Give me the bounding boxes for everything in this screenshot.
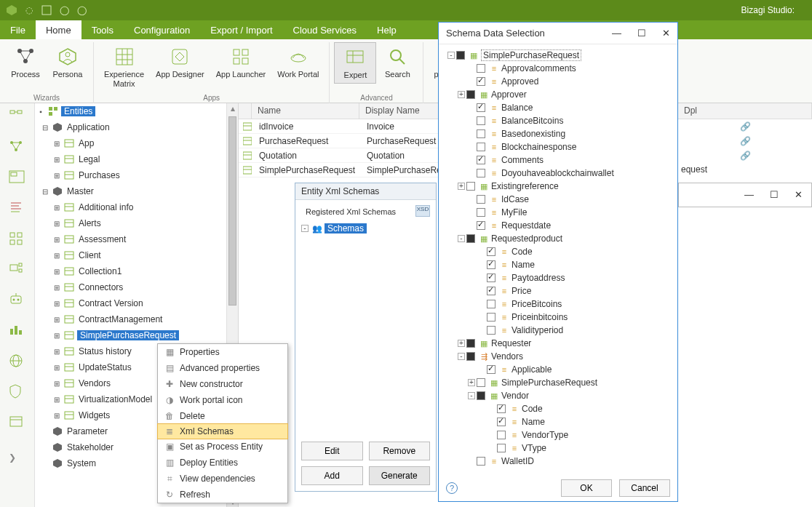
tree-expander[interactable]: ⊞	[52, 412, 61, 420]
rail-icon-calendar[interactable]	[9, 415, 26, 432]
checkbox[interactable]	[487, 326, 495, 335]
rail-icon-process[interactable]	[9, 109, 26, 127]
expander[interactable]: -	[458, 235, 465, 242]
tree-item-connectors[interactable]: ⊞Connectors	[35, 279, 238, 295]
dialog-ok-button[interactable]: OK	[561, 479, 612, 497]
schema-item-walletid[interactable]: ≡WalletID	[442, 455, 674, 466]
rail-icon-forms[interactable]	[9, 170, 26, 188]
ctx-work-portal-icon[interactable]: ◑Work portal icon	[158, 392, 287, 408]
tree-expander[interactable]: ⊞	[52, 268, 61, 276]
schema-item-requestedproduct[interactable]: -▦Requestedproduct	[442, 232, 674, 245]
checkbox[interactable]	[477, 129, 485, 138]
checkbox[interactable]	[456, 51, 465, 60]
tree-expander[interactable]: ⊟	[41, 188, 49, 196]
checkbox[interactable]	[477, 169, 485, 177]
bgwin-minimize-button[interactable]: —	[744, 189, 754, 200]
checkbox[interactable]	[487, 313, 495, 322]
tree-expander[interactable]: ⊞	[52, 220, 61, 228]
checkbox[interactable]	[497, 444, 506, 452]
menu-home[interactable]: Home	[36, 20, 81, 39]
menu-export-import[interactable]: Export / Import	[200, 20, 282, 39]
ribbon-persona-button[interactable]: Persona	[47, 42, 89, 82]
xsd-badge-icon[interactable]: XSD	[415, 205, 430, 217]
tree-item-additional-info[interactable]: ⊞Additional info	[35, 199, 238, 215]
bgwin-close-button[interactable]: ✕	[795, 189, 803, 200]
tree-expander[interactable]: ⊞	[52, 284, 61, 292]
schema-item-balance[interactable]: ≡Balance	[442, 101, 674, 114]
dialog-minimize-button[interactable]: —	[612, 28, 621, 39]
schema-item-name[interactable]: ≡Name	[442, 258, 674, 271]
schema-item-requester[interactable]: +▦Requester	[442, 337, 674, 350]
ribbon-experience-matrix-button[interactable]: ExperienceMatrix	[98, 42, 150, 92]
dialog-help-button[interactable]: ?	[446, 482, 458, 494]
schema-item-simplepurchaserequest[interactable]: +▦SimplePurchaseRequest	[442, 376, 674, 389]
expander[interactable]: +	[458, 183, 465, 190]
tree-item-app[interactable]: ⊞App	[35, 135, 238, 151]
schema-item-applicable[interactable]: ≡Applicable	[442, 363, 674, 376]
checkbox[interactable]	[487, 247, 495, 256]
rail-icon-org[interactable]	[9, 231, 26, 249]
tree-expander[interactable]: ⊞	[52, 156, 61, 164]
schema-item-existingreference[interactable]: +▦Existingreference	[442, 180, 674, 193]
checkbox[interactable]	[487, 260, 495, 269]
bgwin-maximize-button[interactable]: ☐	[770, 189, 779, 200]
xml-add-button[interactable]: Add	[301, 466, 363, 485]
schema-item-comments[interactable]: ≡Comments	[442, 153, 674, 167]
xml-generate-button[interactable]: Generate	[369, 466, 431, 485]
schema-item-vendors[interactable]: -⇶Vendors	[442, 350, 674, 363]
dialog-cancel-button[interactable]: Cancel	[619, 479, 670, 497]
checkbox[interactable]	[466, 352, 475, 361]
menu-cloud-services[interactable]: Cloud Services	[283, 20, 367, 39]
tree-expander[interactable]: ⊞	[52, 252, 61, 260]
schema-item-name[interactable]: ≡Name	[442, 415, 674, 428]
checkbox[interactable]	[477, 221, 485, 230]
rail-icon-reports[interactable]	[9, 323, 26, 340]
menu-help[interactable]: Help	[367, 20, 407, 39]
schema-item-code[interactable]: ≡Code	[442, 245, 674, 258]
schema-item-idcase[interactable]: ≡IdCase	[442, 193, 674, 206]
schema-item-validityperiod[interactable]: ≡Validityperiod	[442, 324, 674, 337]
ribbon-process-button[interactable]: Process	[4, 42, 47, 82]
rail-expand-icon[interactable]: ❯	[9, 452, 26, 470]
tree-item-collection1[interactable]: ⊞Collection1	[35, 263, 238, 279]
tree-expander[interactable]: ⊞	[52, 140, 61, 148]
ribbon-app-launcher-button[interactable]: App Launcher	[210, 42, 272, 92]
checkbox[interactable]	[466, 234, 475, 243]
schema-item-approved[interactable]: ≡Approved	[442, 75, 674, 88]
schema-item-balancebitcoins[interactable]: ≡BalanceBitcoins	[442, 114, 674, 127]
schema-item-code[interactable]: ≡Code	[442, 402, 674, 415]
expander[interactable]: +	[458, 340, 465, 347]
tree-expander[interactable]: ⊞	[52, 380, 61, 388]
expander[interactable]: -	[468, 392, 475, 399]
ribbon-app-designer-button[interactable]: App Designer	[150, 42, 210, 92]
qat-icon-2[interactable]	[39, 3, 54, 17]
checkbox[interactable]	[477, 391, 485, 400]
tree-item-contract-version[interactable]: ⊞Contract Version	[35, 295, 238, 311]
rail-icon-diagram[interactable]	[9, 140, 26, 157]
qat-icon-3[interactable]: ◯	[57, 3, 71, 17]
rail-icon-integrate[interactable]	[9, 262, 26, 279]
checkbox[interactable]	[497, 404, 506, 413]
ctx-xml-schemas[interactable]: ≣Xml Schemas	[157, 423, 288, 439]
dialog-close-button[interactable]: ✕	[662, 28, 670, 39]
checkbox[interactable]	[477, 143, 485, 151]
ctx-properties[interactable]: ▦Properties	[158, 344, 287, 360]
xml-edit-button[interactable]: Edit	[301, 442, 363, 460]
schema-item-price[interactable]: ≡Price	[442, 284, 674, 298]
tree-item-contractmanagement[interactable]: ⊞ContractManagement	[35, 311, 238, 327]
ctx-deploy-entities[interactable]: ▥Deploy Entities	[158, 455, 287, 471]
schema-item-priceinbitcoins[interactable]: ≡Priceinbitcoins	[442, 311, 674, 324]
schema-item-doyouhaveablockchainwallet[interactable]: ≡Doyouhaveablockchainwallet	[442, 167, 674, 180]
tree-expander[interactable]: ⊞	[52, 364, 61, 372]
checkbox[interactable]	[497, 431, 506, 439]
schema-item-vendor[interactable]: -▦Vendor	[442, 389, 674, 402]
ribbon-expert-button[interactable]: Expert	[334, 42, 376, 84]
tree-item-master[interactable]: ⊟Master	[35, 183, 238, 199]
checkbox[interactable]	[477, 103, 485, 112]
checkbox[interactable]	[477, 457, 485, 466]
dialog-maximize-button[interactable]: ☐	[637, 28, 646, 39]
tree-expander[interactable]: ⊞	[52, 332, 61, 340]
schema-item-paytoaddress[interactable]: ≡Paytoaddress	[442, 271, 674, 284]
tree-item-purchases[interactable]: ⊞Purchases	[35, 167, 238, 183]
ctx-delete[interactable]: 🗑Delete	[158, 408, 287, 424]
